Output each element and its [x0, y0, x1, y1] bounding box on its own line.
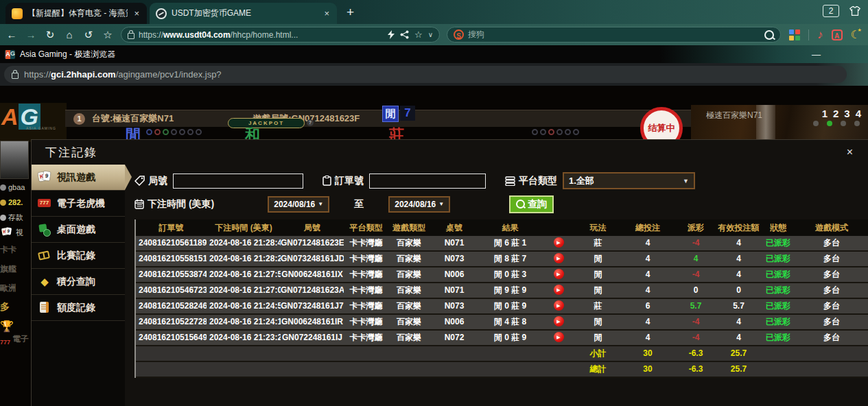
- platform-filter-label: 平台類型: [519, 175, 557, 187]
- sidebar-item-table-games[interactable]: 桌面遊戲: [32, 217, 125, 243]
- ag-address-url[interactable]: https://gci.2hhapi.com/agingame/pcv1/ind…: [24, 69, 222, 80]
- table-row: 2408162105581512024-08-16 21:28:23GN0732…: [136, 252, 868, 267]
- search-icon: [516, 200, 525, 208]
- slots-icon: 777: [0, 339, 10, 346]
- tab1-close-icon[interactable]: ×: [132, 8, 141, 19]
- betting-zones-strip: 閒7 閒 JACKPOT? 和 莊 结算中: [65, 128, 691, 139]
- browser-tab-2[interactable]: USDT加密货币GAME ×: [150, 3, 337, 24]
- menu-fragment: 歐洲: [0, 279, 31, 297]
- reload-icon[interactable]: ↻: [44, 29, 56, 41]
- seat-status-dots: [813, 121, 860, 126]
- document-icon: [38, 302, 51, 314]
- ag-url-bar: https://gci.2hhapi.com/agingame/pcv1/ind…: [0, 63, 868, 86]
- platform-icon: [505, 176, 515, 186]
- ag-window-title: Asia Gaming - 极速浏览器: [20, 49, 115, 60]
- table-row: 2408162105467232024-08-16 21:27:05GN0712…: [136, 283, 868, 299]
- music-icon[interactable]: ♪: [817, 28, 823, 42]
- tab1-title: 【新提醒】体育电竞 - 海燕策略: [27, 8, 128, 19]
- ag-address-bar[interactable]: https://gci.2hhapi.com/agingame/pcv1/ind…: [4, 66, 847, 83]
- search-box[interactable]: S 搜狗: [447, 27, 781, 43]
- night-mode-icon[interactable]: ☾: [851, 28, 860, 41]
- table-total-row: 總計30-6.325.7: [136, 362, 868, 378]
- table-total-row: 小計30-6.325.7: [136, 346, 868, 362]
- play-icon[interactable]: ▶: [554, 332, 564, 342]
- tab2-close-icon[interactable]: ×: [322, 8, 331, 19]
- lock-icon: [12, 73, 19, 79]
- video-table-label: 極速百家樂N71: [706, 110, 762, 121]
- history-icon[interactable]: ↺: [82, 29, 95, 41]
- order-filter-input[interactable]: [369, 174, 486, 189]
- browser-toolbar: ← → ↻ ⌂ ↺ ☆ https://www.usdt04.com/hhcp/…: [0, 24, 868, 45]
- browser-tab-1[interactable]: 【新提醒】体育电竞 - 海燕策略 ×: [5, 3, 147, 24]
- sidebar-item-video-games[interactable]: 視訊遊戲: [32, 165, 125, 191]
- caret-down-icon: ▼: [318, 201, 323, 207]
- search-icon[interactable]: [764, 30, 774, 40]
- round-filter-label: 局號: [148, 175, 167, 187]
- caret-down-icon: ▼: [438, 201, 444, 207]
- play-icon[interactable]: ▶: [554, 300, 564, 311]
- home-icon[interactable]: ⌂: [63, 29, 75, 40]
- game-page: AG ASIA GAMING 1 台號:極速百家樂N71 遊戲局號:GN0712…: [0, 86, 868, 406]
- sidebar-item-match-records[interactable]: 比賽記錄: [32, 243, 125, 269]
- date-to-picker[interactable]: 2024/08/16 ▼: [388, 196, 450, 213]
- address-url[interactable]: https://www.usdt04.com/hhcp/home.html...: [139, 30, 384, 40]
- bet-time-filter-label: 下注時間 (美東): [148, 198, 214, 211]
- mini-result-tile: 閒7: [382, 106, 415, 122]
- pdf-reader-icon[interactable]: [832, 29, 843, 40]
- modal-header: 下注記錄 ×: [32, 140, 868, 165]
- favorite-star-icon[interactable]: ☆: [414, 29, 423, 40]
- table-number-badge: 1: [73, 113, 85, 125]
- dice-chip-icon: [38, 224, 51, 236]
- table-row: 2408162105156492024-08-16 21:23:26GN0722…: [136, 331, 868, 346]
- bet-records-modal: 下注記錄 × 視訊遊戲 電子老虎機 桌面遊戲: [31, 139, 868, 406]
- forward-icon[interactable]: →: [25, 29, 37, 40]
- search-button[interactable]: 查詢: [509, 195, 554, 213]
- tag-icon: [134, 176, 145, 186]
- table-row: 2408162105227282024-08-16 21:24:19GN0062…: [136, 315, 868, 331]
- minimize-icon[interactable]: —: [812, 49, 821, 60]
- back-icon[interactable]: ←: [5, 29, 18, 40]
- jackpot-badge: JACKPOT?: [228, 118, 305, 128]
- shirt-icon[interactable]: [849, 5, 861, 16]
- address-bar[interactable]: https://www.usdt04.com/hhcp/home.html...…: [121, 27, 440, 43]
- sidebar-item-points-query[interactable]: ◆ 積分查詢: [32, 269, 125, 295]
- table-row: 2408162105611892024-08-16 21:28:46GN0712…: [136, 236, 868, 252]
- diamond-icon: ◆: [38, 276, 51, 288]
- search-placeholder[interactable]: 搜狗: [468, 29, 760, 40]
- sidebar-item-slots[interactable]: 電子老虎機: [32, 191, 125, 217]
- ag-favicon: [5, 50, 15, 59]
- game-table-label: 台號:極速百家樂N71: [92, 112, 174, 125]
- order-filter-label: 訂單號: [335, 175, 364, 187]
- share-icon[interactable]: [400, 30, 409, 39]
- tab2-title: USDT加密货币GAME: [172, 8, 318, 19]
- play-icon[interactable]: ▶: [554, 253, 564, 263]
- jackpot-help-icon[interactable]: ?: [307, 119, 314, 126]
- toolbar-divider: [808, 29, 809, 40]
- sogou-icon: S: [454, 29, 464, 40]
- tab-count-badge[interactable]: 2: [823, 5, 839, 17]
- play-icon[interactable]: ▶: [554, 285, 564, 295]
- date-from-picker[interactable]: 2024/08/16 ▼: [268, 196, 329, 213]
- bet-table-body: 2408162105611892024-08-16 21:28:46GN0712…: [136, 236, 868, 378]
- chevron-down-icon[interactable]: ∨: [428, 31, 433, 38]
- close-icon[interactable]: ×: [847, 146, 854, 158]
- menu-fragment: 視: [16, 228, 23, 238]
- bookmark-star-icon[interactable]: ☆: [102, 29, 114, 41]
- seat-numbers: 1 2 3 4: [822, 108, 861, 119]
- lightning-icon[interactable]: [388, 30, 395, 39]
- apps-grid-icon[interactable]: [789, 29, 800, 40]
- round-filter-input[interactable]: [173, 174, 303, 189]
- menu-fragment: 多: [0, 298, 31, 316]
- play-icon[interactable]: ▶: [554, 269, 564, 279]
- play-icon[interactable]: ▶: [554, 316, 564, 326]
- new-tab-button[interactable]: +: [347, 5, 354, 24]
- platform-select[interactable]: 1.全部 ▼: [563, 172, 695, 189]
- left-user-panel: gbaa 282. 存款 視 卡卡 旗艦 歐洲 多 🏆 777電子: [0, 141, 31, 406]
- deposit-label[interactable]: 存款: [8, 213, 23, 223]
- username: gbaa: [8, 183, 25, 191]
- game-header-bar: 1 台號:極速百家樂N71 遊戲局號:GN0712481623F: [65, 110, 691, 127]
- bet-records-table: 訂單號 下注時間 (美東) 局號 平台類型 遊戲類型 桌號 結果 玩法 總投注 …: [134, 219, 868, 378]
- sidebar-item-credit-records[interactable]: 額度記錄: [32, 295, 125, 321]
- play-icon[interactable]: ▶: [554, 237, 564, 248]
- live-video-panel[interactable]: 極速百家樂N71 1 2 3 4: [691, 105, 868, 139]
